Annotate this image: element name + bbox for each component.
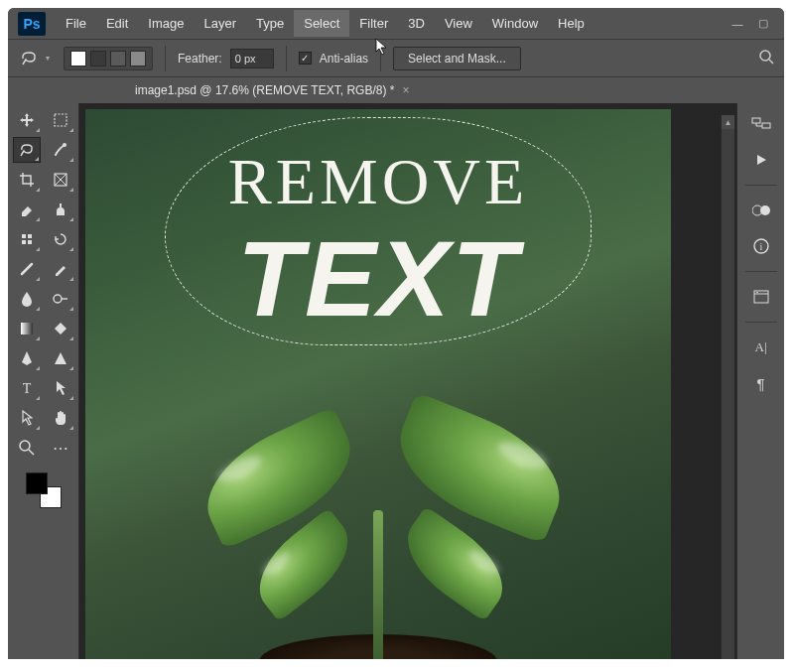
menu-view[interactable]: View	[435, 10, 482, 37]
main-area: T ⋯ REMOVE TEXT	[8, 103, 784, 659]
svg-rect-9	[22, 240, 26, 244]
lasso-tool[interactable]	[13, 137, 41, 163]
dodge-tool[interactable]	[47, 286, 74, 312]
info-panel-icon[interactable]: i	[749, 235, 773, 257]
minimize-button[interactable]: —	[727, 15, 748, 33]
menu-window[interactable]: Window	[482, 10, 548, 37]
frame-tool[interactable]	[47, 167, 74, 193]
svg-point-27	[756, 292, 758, 294]
add-to-selection-button[interactable]	[90, 51, 106, 67]
menu-image[interactable]: Image	[138, 10, 194, 37]
svg-rect-2	[55, 114, 66, 126]
search-icon[interactable]	[758, 49, 774, 67]
svg-point-0	[760, 51, 770, 61]
document-tab-bar: image1.psd @ 17.6% (REMOVE TEXT, RGB/8) …	[8, 77, 784, 103]
select-and-mask-button[interactable]: Select and Mask...	[393, 47, 521, 70]
type-tool[interactable]: T	[13, 375, 41, 401]
history-brush-tool[interactable]	[47, 226, 74, 252]
pattern-stamp-tool[interactable]	[13, 226, 41, 252]
clone-stamp-tool[interactable]	[47, 197, 74, 222]
svg-text:i: i	[759, 241, 762, 252]
maximize-button[interactable]: ▢	[752, 15, 774, 33]
svg-rect-25	[754, 291, 768, 303]
menu-help[interactable]: Help	[548, 10, 595, 37]
tools-panel: T ⋯	[8, 103, 79, 659]
gradient-tool[interactable]	[13, 316, 41, 341]
svg-line-16	[29, 450, 34, 455]
character-panel-icon[interactable]: A|	[749, 336, 773, 358]
divider	[745, 322, 777, 323]
lasso-tool-preset-icon[interactable]	[18, 48, 40, 69]
document-tab-title: image1.psd @ 17.6% (REMOVE TEXT, RGB/8) …	[135, 83, 394, 97]
blur-tool[interactable]	[13, 286, 41, 312]
chevron-down-icon[interactable]: ▾	[46, 54, 50, 63]
divider	[286, 46, 287, 71]
svg-rect-7	[22, 234, 26, 238]
history-panel-icon[interactable]	[749, 113, 773, 135]
new-selection-button[interactable]	[70, 51, 86, 67]
pen-tool[interactable]	[13, 345, 41, 371]
plant-graphic	[170, 371, 587, 659]
pencil-tool[interactable]	[47, 256, 74, 282]
feather-label: Feather:	[178, 52, 222, 66]
menu-filter[interactable]: Filter	[349, 10, 398, 37]
feather-input[interactable]: 0 px	[230, 49, 274, 68]
move-tool[interactable]	[13, 107, 41, 133]
window-controls: — ▢	[727, 15, 780, 33]
divider	[165, 46, 166, 71]
svg-rect-10	[28, 240, 32, 244]
svg-point-15	[20, 441, 30, 451]
anti-alias-checkbox[interactable]: ✓	[299, 52, 312, 65]
direct-selection-tool[interactable]	[13, 405, 41, 431]
menu-bar: Ps File Edit Image Layer Type Select Fil…	[8, 8, 784, 40]
document-tab[interactable]: image1.psd @ 17.6% (REMOVE TEXT, RGB/8) …	[127, 79, 417, 101]
marquee-tool[interactable]	[47, 107, 74, 133]
play-panel-icon[interactable]	[749, 149, 773, 171]
intersect-selection-button[interactable]	[130, 51, 146, 67]
anti-alias-label: Anti-alias	[320, 52, 368, 66]
vertical-scrollbar[interactable]: ▲	[721, 115, 734, 659]
menu-edit[interactable]: Edit	[96, 10, 138, 37]
svg-text:T: T	[22, 381, 31, 395]
menu-type[interactable]: Type	[246, 10, 294, 37]
eraser-tool[interactable]	[13, 197, 41, 222]
menu-layer[interactable]: Layer	[195, 10, 247, 37]
path-selection-tool[interactable]	[47, 375, 74, 401]
canvas-area: REMOVE TEXT	[79, 103, 736, 659]
canvas-text-text: TEXT	[85, 216, 671, 340]
svg-rect-13	[21, 323, 33, 335]
svg-point-3	[63, 143, 66, 147]
properties-panel-icon[interactable]	[749, 286, 773, 308]
right-panel-dock: i A| ¶	[736, 103, 784, 659]
paragraph-panel-icon[interactable]: ¶	[749, 372, 773, 394]
svg-point-22	[760, 205, 770, 215]
photoshop-window: Ps File Edit Image Layer Type Select Fil…	[8, 8, 784, 659]
foreground-color-swatch[interactable]	[26, 472, 48, 494]
subtract-from-selection-button[interactable]	[110, 51, 126, 67]
divider	[745, 271, 777, 272]
scroll-up-icon[interactable]: ▲	[722, 115, 734, 129]
crop-tool[interactable]	[13, 167, 41, 193]
zoom-tool[interactable]	[13, 435, 41, 461]
svg-rect-17	[752, 118, 760, 123]
brush-tool[interactable]	[13, 256, 41, 282]
menu-select[interactable]: Select	[294, 10, 349, 37]
shape-tool[interactable]	[47, 345, 74, 371]
app-logo: Ps	[18, 12, 46, 36]
options-bar: ▾ Feather: 0 px ✓ Anti-alias Select and …	[8, 40, 784, 77]
adjustments-panel-icon[interactable]	[749, 200, 773, 221]
edit-toolbar-tool[interactable]: ⋯	[47, 435, 74, 461]
svg-rect-8	[28, 234, 32, 238]
healing-brush-tool[interactable]	[47, 137, 74, 163]
paint-bucket-tool[interactable]	[47, 316, 74, 341]
document-canvas[interactable]: REMOVE TEXT	[85, 109, 671, 659]
menu-3d[interactable]: 3D	[398, 10, 435, 37]
svg-rect-18	[762, 123, 770, 128]
menu-file[interactable]: File	[56, 10, 96, 37]
divider	[745, 185, 777, 186]
cursor-icon	[375, 38, 389, 56]
color-swatches[interactable]	[26, 472, 62, 508]
svg-point-11	[54, 295, 62, 303]
hand-tool[interactable]	[47, 405, 74, 431]
close-icon[interactable]: ×	[402, 83, 409, 97]
